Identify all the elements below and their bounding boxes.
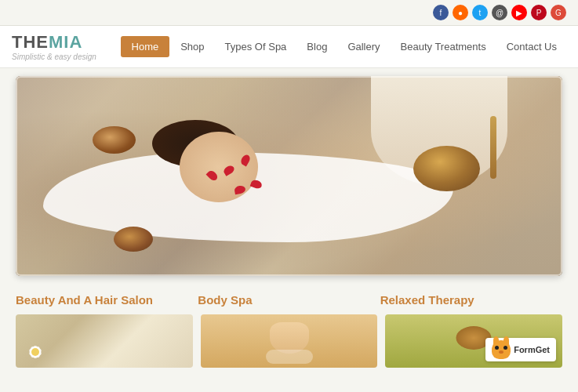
logo-text: THEMIA [12, 32, 96, 53]
main-nav: Home Shop Types Of Spa Blog Gallery Beau… [121, 36, 566, 57]
top-bar: f ● t @ ▶ P G [0, 0, 578, 26]
header: THEMIA Simplistic & easy design Home Sho… [0, 26, 578, 68]
massage-stick [490, 116, 496, 179]
section-title-therapy: Relaxed Therapy [380, 293, 562, 307]
thumbnail-row: FormGet [0, 311, 578, 371]
hero-background [16, 76, 562, 276]
thumb-body-spa[interactable] [201, 314, 378, 368]
formget-label: FormGet [514, 345, 550, 354]
hero-image [16, 76, 562, 276]
section-title-beauty: Beauty And A Hair Salon [16, 293, 198, 307]
facebook-icon[interactable]: f [433, 5, 449, 20]
logo: THEMIA Simplistic & easy design [12, 32, 96, 61]
nav-blog[interactable]: Blog [297, 36, 336, 57]
formget-mascot [492, 340, 511, 359]
mascot-ear-left [493, 336, 499, 344]
nav-home[interactable]: Home [121, 36, 170, 57]
flower-decoration [24, 340, 47, 364]
pinterest-icon[interactable]: P [531, 5, 547, 20]
nav-contact-us[interactable]: Contact Us [497, 36, 566, 57]
mascot-ear-right [503, 336, 509, 344]
thumb-beauty[interactable] [16, 314, 193, 368]
nav-shop[interactable]: Shop [171, 36, 213, 57]
bowl-left [93, 126, 136, 154]
nav-types-of-spa[interactable]: Types Of Spa [216, 36, 296, 57]
logo-tagline: Simplistic & easy design [12, 53, 96, 61]
logo-prefix: THE [12, 32, 49, 52]
mascot-eye-right [503, 346, 507, 350]
body-spa-scene [201, 314, 378, 368]
mascot-body [492, 340, 511, 359]
section-title-body: Body Spa [198, 293, 380, 307]
nav-gallery[interactable]: Gallery [338, 36, 389, 57]
thumb-relaxed-therapy[interactable]: FormGet [385, 314, 562, 368]
googleplus-icon[interactable]: G [551, 5, 566, 20]
section-titles: Beauty And A Hair Salon Body Spa Relaxed… [0, 284, 578, 311]
nav-beauty-treatments[interactable]: Beauty Treatments [391, 36, 496, 57]
formget-badge: FormGet [485, 338, 556, 361]
logo-suffix: MIA [49, 32, 82, 52]
social-icons: f ● t @ ▶ P G [433, 5, 566, 20]
rss-icon[interactable]: ● [453, 5, 468, 20]
hands-sim [270, 322, 309, 354]
email-icon[interactable]: @ [492, 5, 507, 20]
twitter-icon[interactable]: t [472, 5, 488, 20]
mascot-nose [499, 350, 503, 354]
face [180, 132, 258, 202]
youtube-icon[interactable]: ▶ [511, 5, 527, 20]
mascot-eye-left [495, 346, 499, 350]
